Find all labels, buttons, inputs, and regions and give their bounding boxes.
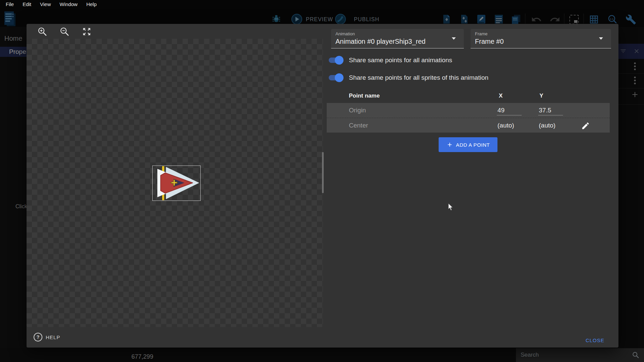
points-table-y-header: Y [539,93,543,99]
share-points-all-sprites-toggle[interactable] [329,73,343,82]
y-field-underline [538,115,563,115]
frame-select-label: Frame [475,31,488,36]
share-points-all-animations-toggle[interactable] [329,56,343,65]
point-row-center[interactable]: Center (auto) (auto) [327,118,610,133]
fit-to-view-button[interactable] [81,26,92,37]
mouse-arrow-cursor [448,203,455,212]
animation-select[interactable]: Animation Animation #0 playerShip3_red [331,29,464,48]
help-button[interactable]: ? HELP [34,333,60,341]
chevron-down-icon [599,37,603,40]
zoom-in-button[interactable] [37,26,48,37]
share-points-all-animations-label: Share same points for all animations [349,57,452,64]
point-y-value: (auto) [539,122,556,129]
edit-points-dialog: Animation Animation #0 playerShip3_red F… [27,24,618,348]
menu-help[interactable]: Help [82,1,101,7]
point-name: Center [349,122,368,129]
menu-bar: File Edit View Window Help [0,0,644,8]
canvas-scrollbar-thumb[interactable] [322,152,324,193]
points-table-x-header: X [499,93,502,99]
animation-select-value: Animation #0 playerShip3_red [335,38,426,45]
share-points-all-sprites-label: Share same points for all sprites of thi… [349,74,488,81]
toggle-knob [335,56,344,65]
menu-window[interactable]: Window [55,1,82,7]
app-window: PREVIEW PUBLISH [0,0,644,362]
edit-point-pencil-icon[interactable] [581,121,590,130]
close-button[interactable]: CLOSE [581,335,608,346]
help-label: HELP [46,334,60,340]
point-row-origin[interactable]: Origin 49 37.5 [327,103,610,118]
point-x-value: (auto) [497,122,514,129]
point-x-field[interactable]: 49 [497,107,505,114]
point-name: Origin [349,107,366,114]
points-table-name-header: Point name [349,93,380,99]
plus-icon [446,141,453,148]
sprite-selection-box [152,166,201,201]
menu-file[interactable]: File [1,1,18,7]
chevron-down-icon [452,37,456,40]
frame-select-value: Frame #0 [475,38,504,45]
player-ship-sprite [153,166,200,201]
frame-select[interactable]: Frame Frame #0 [471,29,611,48]
toggle-knob [335,73,344,82]
magnifier-minus-icon [59,27,70,37]
zoom-out-button[interactable] [59,26,70,37]
add-a-point-button[interactable]: ADD A POINT [439,137,497,152]
x-field-underline [497,115,522,115]
question-circle-icon: ? [34,333,42,341]
expand-arrows-icon [82,27,91,36]
point-y-field[interactable]: 37.5 [539,107,551,114]
menu-edit[interactable]: Edit [18,1,36,7]
magnifier-plus-icon [37,27,47,37]
menu-view[interactable]: View [36,1,55,7]
add-a-point-label: ADD A POINT [456,142,490,148]
animation-select-label: Animation [335,31,355,36]
